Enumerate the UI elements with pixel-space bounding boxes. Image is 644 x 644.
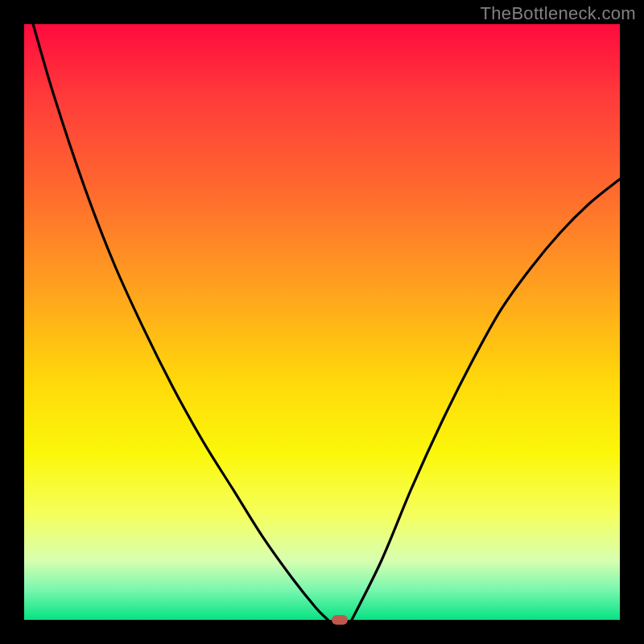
bottleneck-curve xyxy=(24,24,620,620)
watermark-text: TheBottleneck.com xyxy=(481,3,636,24)
plot-area xyxy=(24,24,620,620)
chart-frame: TheBottleneck.com xyxy=(0,0,644,644)
optimum-marker xyxy=(332,615,348,625)
